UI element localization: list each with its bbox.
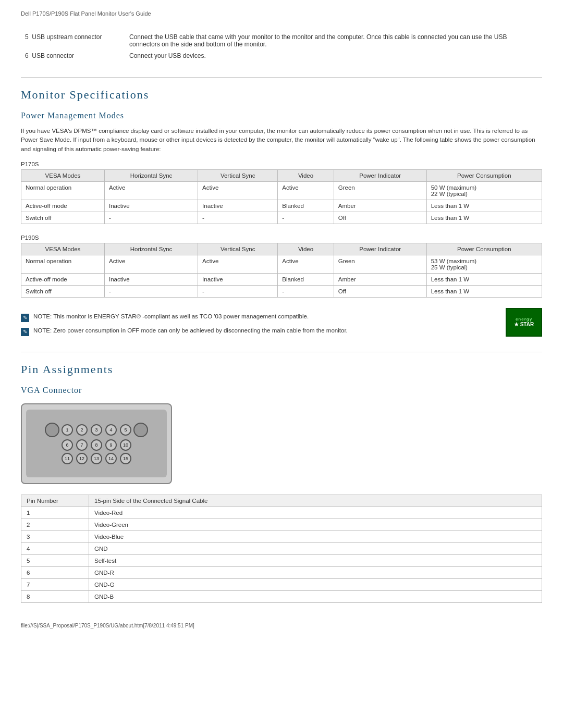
spec-table-header: Power Indicator <box>334 169 426 181</box>
energy-star-line1: energy <box>516 317 532 322</box>
vga-pins-row3: 1112131415 <box>62 453 131 464</box>
spec-table-cell: - <box>278 285 334 297</box>
pin-table-row: 6GND-R <box>21 566 542 578</box>
pin-table-row: 1Video-Red <box>21 507 542 519</box>
p170s-label: P170S <box>21 161 542 167</box>
usb-item-description: Connect your USB devices. <box>125 50 542 61</box>
spec-table-header: VESA Modes <box>21 169 105 181</box>
pin-table-row: 5Self-test <box>21 554 542 566</box>
pin-table: Pin Number15-pin Side of the Connected S… <box>21 495 542 603</box>
vga-inner-diagram: 123456789101112131415 <box>26 410 167 477</box>
vga-connector-diagram: 123456789101112131415 <box>21 403 172 484</box>
spec-table-header: Video <box>278 169 334 181</box>
note-icon-1: ✎ <box>21 314 29 322</box>
vga-pin-2: 2 <box>76 424 88 436</box>
spec-table-cell: Active-off mode <box>21 200 105 212</box>
vga-pin-15: 15 <box>120 453 131 464</box>
pin-signal-cell: GND <box>89 542 542 554</box>
vga-pin-12: 12 <box>76 453 88 464</box>
vga-row-1: 12345 <box>45 423 148 437</box>
spec-table-header: Power Consumption <box>426 243 542 255</box>
notes-column: ✎ NOTE: This monitor is ENERGY STAR® -co… <box>21 308 506 341</box>
pin-number-cell: 6 <box>21 566 89 578</box>
spec-table-cell: - <box>278 212 334 224</box>
spec-table-cell: Green <box>334 255 426 273</box>
p190s-label: P190S <box>21 235 542 241</box>
usb-item-row: 6 USB connector Connect your USB devices… <box>21 50 542 61</box>
pin-number-cell: 7 <box>21 578 89 590</box>
vga-pin-9: 9 <box>105 439 117 451</box>
pin-table-header: Pin Number <box>21 495 89 507</box>
section-divider-2 <box>21 352 542 352</box>
vga-pin-1: 1 <box>62 424 73 436</box>
spec-table-cell: Active <box>105 181 198 200</box>
pin-table-header: 15-pin Side of the Connected Signal Cabl… <box>89 495 542 507</box>
spec-table-header: VESA Modes <box>21 243 105 255</box>
vga-pin-3: 3 <box>91 424 102 436</box>
spec-table-cell: Amber <box>334 273 426 285</box>
pin-number-cell: 8 <box>21 590 89 602</box>
spec-table-header: Horizontal Sync <box>105 243 198 255</box>
spec-table-cell: - <box>105 212 198 224</box>
power-management-subtitle: Power Management Modes <box>21 111 542 120</box>
usb-item-number: 5 USB upstream connector <box>21 31 125 50</box>
vga-connector-subtitle: VGA Connector <box>21 386 542 395</box>
pin-number-cell: 2 <box>21 519 89 530</box>
pin-signal-cell: Video-Blue <box>89 530 542 542</box>
usb-section-table: 5 USB upstream connector Connect the USB… <box>21 31 542 61</box>
spec-table-cell: Amber <box>334 200 426 212</box>
note-text-2: NOTE: Zero power consumption in OFF mode… <box>33 327 348 334</box>
pin-table-row: 3Video-Blue <box>21 530 542 542</box>
energy-star-badge: energy ★ STAR <box>506 308 542 337</box>
pin-table-row: 4GND <box>21 542 542 554</box>
spec-table-cell: Less than 1 W <box>426 200 542 212</box>
power-management-intro: If you have VESA's DPMS™ compliance disp… <box>21 127 542 154</box>
spec-table-header: Power Consumption <box>426 169 542 181</box>
vga-pin-6: 6 <box>62 439 73 451</box>
usb-item-description: Connect the USB cable that came with you… <box>125 31 542 50</box>
vga-pin-10: 10 <box>120 439 131 451</box>
spec-table-header: Horizontal Sync <box>105 169 198 181</box>
spec-table-cell: Active <box>278 181 334 200</box>
spec-table-cell: Less than 1 W <box>426 285 542 297</box>
pin-number-cell: 4 <box>21 542 89 554</box>
spec-table-cell: Inactive <box>105 200 198 212</box>
spec-table-cell: Off <box>334 212 426 224</box>
vga-left-circle <box>45 423 59 437</box>
spec-table-cell: Inactive <box>105 273 198 285</box>
energy-star-line2: ★ STAR <box>514 322 534 327</box>
pin-assignments-title: Pin Assignments <box>21 363 542 376</box>
spec-table-cell: Active <box>278 255 334 273</box>
vga-pin-14: 14 <box>105 453 117 464</box>
spec-table-cell: 53 W (maximum) 25 W (typical) <box>426 255 542 273</box>
pin-table-row: 8GND-B <box>21 590 542 602</box>
vga-pin-5: 5 <box>120 424 131 436</box>
pin-number-cell: 3 <box>21 530 89 542</box>
spec-table-row: Switch off---OffLess than 1 W <box>21 212 542 224</box>
spec-table-cell: Less than 1 W <box>426 273 542 285</box>
page-footer: file:///S|/SSA_Proposal/P170S_P190S/UG/a… <box>21 619 542 628</box>
vga-pin-4: 4 <box>105 424 117 436</box>
footer-text: file:///S|/SSA_Proposal/P170S_P190S/UG/a… <box>21 623 194 628</box>
usb-item-row: 5 USB upstream connector Connect the USB… <box>21 31 542 50</box>
pin-table-row: 2Video-Green <box>21 519 542 530</box>
pin-signal-cell: Video-Red <box>89 507 542 519</box>
spec-table-cell: Normal operation <box>21 255 105 273</box>
spec-table-cell: - <box>198 285 278 297</box>
pin-number-cell: 5 <box>21 554 89 566</box>
page-title: Dell P170S/P190S Flat Panel Monitor User… <box>21 10 151 17</box>
pin-signal-cell: GND-G <box>89 578 542 590</box>
spec-table-cell: 50 W (maximum) 22 W (typical) <box>426 181 542 200</box>
spec-table-cell: - <box>105 285 198 297</box>
vga-right-circle <box>133 423 148 437</box>
spec-table-header: Vertical Sync <box>198 169 278 181</box>
vga-pins-row2: 678910 <box>62 439 131 451</box>
spec-table-cell: Off <box>334 285 426 297</box>
spec-table-cell: Green <box>334 181 426 200</box>
pin-signal-cell: GND-R <box>89 566 542 578</box>
vga-pin-8: 8 <box>91 439 102 451</box>
pin-number-cell: 1 <box>21 507 89 519</box>
section-divider-1 <box>21 77 542 78</box>
spec-table-cell: Normal operation <box>21 181 105 200</box>
monitor-specs-title: Monitor Specifications <box>21 88 542 102</box>
